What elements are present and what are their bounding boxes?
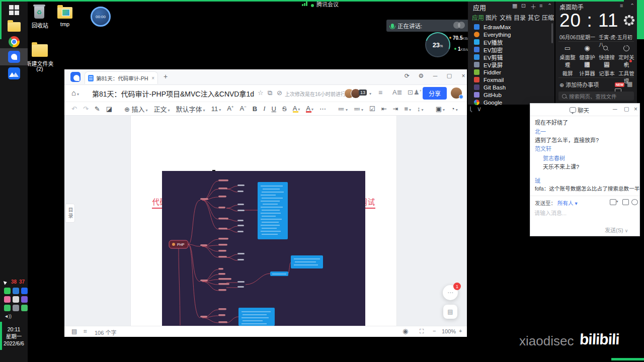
chat-close-icon[interactable]: × — [634, 106, 637, 113]
send-button[interactable]: 发送(S) ∨ — [605, 226, 628, 234]
screenshot-icon[interactable] — [622, 199, 629, 205]
tray-app-icon-2[interactable] — [4, 296, 11, 303]
collab-count-badge[interactable]: 13 — [359, 89, 367, 96]
clear-format-icon[interactable]: ◪ — [106, 105, 112, 113]
tab-close-icon[interactable]: × — [151, 75, 154, 81]
app-item[interactable]: Fiddler — [468, 68, 554, 76]
tray-temp-2[interactable]: 37 — [19, 279, 25, 285]
add-person-icon[interactable]: ♟+ — [414, 88, 422, 96]
pin-icon[interactable]: ⊡ — [521, 3, 526, 9]
zoom-out-button[interactable]: − — [433, 328, 436, 334]
collab-caret-icon[interactable]: ▾ — [369, 92, 371, 96]
app-logo-icon[interactable] — [70, 72, 80, 82]
search-icon[interactable] — [470, 106, 471, 111]
tray-mic-icon[interactable] — [13, 296, 19, 303]
tray-display-icon[interactable] — [13, 305, 19, 311]
present-icon[interactable]: ⊡ — [408, 88, 413, 96]
panel-menu-icon[interactable]: ≡ — [539, 3, 542, 9]
tab-apps[interactable]: 应用 — [472, 13, 484, 22]
font-increase-icon[interactable]: A+ — [227, 105, 233, 112]
tray-app-icon-1[interactable] — [13, 288, 19, 294]
qr-grid-icon[interactable]: ▦ — [512, 3, 517, 9]
desktop-tmp-folder[interactable] — [57, 7, 72, 19]
share-button[interactable]: 分享 — [423, 87, 447, 100]
tray-temp-1[interactable]: 38 — [11, 279, 17, 285]
taskbar-explorer[interactable] — [0, 22, 28, 32]
format-painter-icon[interactable]: ✎ — [95, 105, 100, 113]
speaking-indicator[interactable]: 正在讲话: — [386, 20, 469, 32]
collapse-icon[interactable]: ⌃ — [547, 3, 552, 9]
sync-icon[interactable]: ⟳ — [403, 72, 412, 79]
network-gauge[interactable]: 23% — [425, 32, 450, 57]
tray-arrow-icon[interactable] — [4, 280, 8, 285]
tray-wechat-icon[interactable] — [4, 288, 11, 294]
weather-sun-icon[interactable] — [626, 17, 632, 24]
tray-meeting-icon[interactable] — [21, 288, 28, 294]
outline-icon[interactable]: ▤ — [71, 328, 77, 335]
star-icon[interactable]: ☆ — [258, 89, 264, 97]
chat-input[interactable] — [533, 208, 636, 224]
taskbar-clock[interactable]: 20:11 星期一 2022/6/6 — [0, 326, 28, 347]
play-mode-icon[interactable]: ◉ — [403, 327, 408, 335]
app-item[interactable]: EV剪辑 — [468, 53, 554, 61]
redo-icon[interactable]: ↷ — [83, 105, 89, 113]
tool-calculator[interactable]: ▦计算器 — [578, 60, 597, 77]
volume-icon[interactable]: ◄)) — [4, 314, 12, 319]
meeting-timer-widget[interactable]: 00:00 — [91, 7, 111, 27]
chat-sender[interactable]: 北一 — [535, 127, 546, 135]
new-tab-button[interactable]: + — [161, 72, 170, 80]
font-color-button[interactable]: A▾ — [306, 105, 313, 113]
file-attach-icon[interactable] — [610, 199, 616, 205]
tray-app-icon-4[interactable] — [4, 305, 11, 311]
chat-sender[interactable]: 贺志春树 — [543, 154, 565, 162]
app-item[interactable]: Git Bash — [468, 83, 554, 91]
highlight-color-button[interactable]: A▾ — [293, 105, 300, 113]
checklist-icon[interactable]: ☑ — [369, 105, 375, 113]
maximize-button[interactable]: ▢ — [445, 72, 454, 79]
app-item[interactable]: EV播放 — [468, 38, 554, 46]
tab-zip[interactable]: 压缩 — [542, 13, 554, 22]
home-icon[interactable]: ⌂▾ — [71, 88, 79, 97]
comment-fab[interactable]: ▤ — [443, 305, 457, 319]
tab-dirs[interactable]: 目录 — [514, 13, 526, 22]
mention-person-icon[interactable] — [631, 199, 638, 205]
text-style-icon[interactable]: A≣ — [392, 88, 403, 96]
italic-button[interactable]: I — [263, 105, 265, 113]
doc-title[interactable]: 第81天：代码审计-PHP项目&MVC注入&CNVD拿1day... — [92, 88, 254, 99]
close-button[interactable]: × — [459, 72, 468, 79]
app-item[interactable]: Everything — [468, 31, 554, 38]
stamp-icon[interactable]: ◔▾ — [451, 105, 458, 113]
app-list-scrollbar[interactable] — [551, 23, 553, 43]
zoom-in-button[interactable]: + — [459, 328, 462, 334]
outdent-icon[interactable]: ⇤ — [381, 105, 387, 113]
chat-maximize-icon[interactable]: ▢ — [624, 106, 629, 112]
more-format-icon[interactable]: ⋯ — [319, 105, 326, 113]
underline-button[interactable]: U — [272, 105, 276, 113]
tab-other[interactable]: 其它 — [528, 13, 540, 22]
mindmap-image[interactable]: PHP — [162, 171, 365, 326]
menu-icon[interactable]: ≡ — [378, 88, 382, 97]
paragraph-style-select[interactable]: 正文▾ — [154, 104, 170, 114]
indent-icon[interactable]: ⇥ — [393, 105, 398, 113]
taskbar-chrome[interactable] — [0, 36, 28, 47]
chat-sender[interactable]: 珹 — [535, 176, 540, 185]
tab-docs[interactable]: 文档 — [500, 13, 512, 22]
more-actions-fab[interactable]: ⋯1 — [443, 285, 458, 300]
taskbar-tencent-meeting[interactable] — [0, 67, 28, 79]
app-item[interactable]: EdrawMax — [468, 23, 554, 31]
move-to-icon[interactable]: ⧉ — [268, 89, 272, 97]
chat-titlebar[interactable]: 聊天 ─ ▢ × — [530, 104, 639, 116]
document-tab[interactable]: 第81天：代码审计-PHP... × — [85, 71, 158, 84]
taskbar-tencent-docs[interactable] — [0, 51, 28, 63]
desktop-recycle-bin[interactable]: ♻ — [34, 6, 44, 19]
file-attach-caret-icon[interactable]: ▾ — [616, 200, 618, 204]
tray-app-icon-3[interactable] — [21, 296, 28, 303]
add-todo-button[interactable]: ⊕ 添加待办事项 — [559, 80, 599, 88]
app-item[interactable]: GitHub — [468, 91, 554, 99]
app-item[interactable]: EV加密 — [468, 46, 554, 53]
add-icon[interactable]: ＋ — [530, 2, 536, 11]
meeting-indicator[interactable]: 腾讯会议 — [302, 1, 339, 8]
app-item[interactable]: EV录屏 — [468, 61, 554, 68]
desktop-new-folder[interactable] — [32, 44, 48, 57]
zoom-value[interactable]: 100% — [442, 328, 456, 334]
